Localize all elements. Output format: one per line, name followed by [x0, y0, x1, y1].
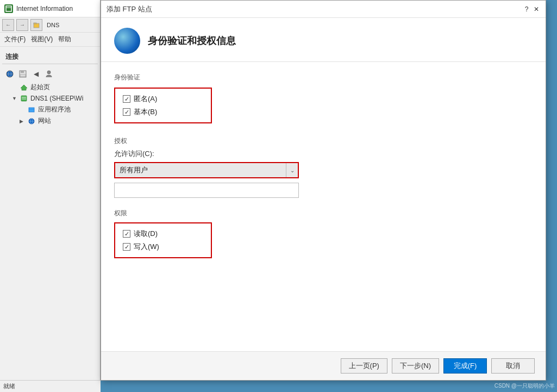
sidebar-toolbar: ◀ — [2, 66, 98, 82]
dialog-title: 添加 FTP 站点 — [107, 4, 152, 14]
dialog-overlay: 添加 FTP 站点 ? ✕ 身份验证和授权信息 身份验证 匿名(A) — [101, 0, 557, 392]
svg-point-10 — [47, 71, 51, 74]
nav-folder-btn[interactable] — [30, 19, 42, 31]
expand-icon-apppool — [20, 107, 25, 113]
svg-rect-15 — [29, 108, 34, 112]
tree-item-home[interactable]: 起始页 — [2, 82, 98, 93]
write-row: 写入(W) — [123, 242, 203, 252]
globe-icon — [114, 28, 140, 54]
dialog-close-btn[interactable]: ✕ — [533, 5, 540, 13]
dialog-titlebar: 添加 FTP 站点 ? ✕ — [101, 1, 546, 18]
read-row: 读取(D) — [123, 229, 203, 239]
authz-text-input[interactable] — [114, 183, 299, 198]
sidebar-users-btn[interactable] — [43, 69, 54, 79]
iis-titlebar: Internet Information — [0, 0, 100, 17]
iis-app-icon — [4, 4, 13, 13]
tree-item-website[interactable]: ▶ 网站 — [2, 115, 98, 127]
home-icon — [20, 83, 28, 92]
tree-label-website: 网站 — [38, 116, 51, 126]
tree-item-apppool[interactable]: 应用程序池 — [2, 104, 98, 115]
iis-sidebar: 连接 ◀ — [0, 47, 100, 130]
write-checkbox[interactable] — [123, 243, 130, 251]
sidebar-globe-btn[interactable] — [4, 69, 15, 79]
sidebar-save-btn[interactable] — [17, 69, 28, 79]
menu-help[interactable]: 帮助 — [58, 35, 71, 44]
write-label: 写入(W) — [134, 242, 159, 252]
iis-title: Internet Information — [16, 5, 73, 13]
permissions-section: 权限 读取(D) 写入(W) — [114, 209, 533, 258]
next-button[interactable]: 下一步(N) — [392, 358, 439, 374]
iis-menu: 文件(F) 视图(V) 帮助 — [0, 33, 100, 47]
expand-icon-dns1: ▼ — [12, 96, 17, 101]
iis-statusbar: 就绪 — [0, 380, 101, 392]
iis-window: Internet Information ← → DNS 文件(F) 视图(V)… — [0, 0, 101, 392]
tree-item-dns1[interactable]: ▼ DNS1 (SHEEP\Wi — [2, 93, 98, 104]
tree-label-dns1: DNS1 (SHEEP\Wi — [30, 95, 83, 102]
auth-section: 身份验证 匿名(A) 基本(B) — [114, 73, 533, 123]
svg-marker-11 — [21, 85, 27, 90]
sidebar-section-title: 连接 — [2, 50, 98, 64]
basic-label: 基本(B) — [134, 107, 157, 117]
tree-label-home: 起始页 — [30, 83, 50, 92]
nav-forward-btn[interactable]: → — [16, 19, 28, 31]
prev-button[interactable]: 上一页(P) — [341, 358, 387, 374]
finish-button[interactable]: 完成(F) — [443, 358, 487, 374]
auth-section-title: 身份验证 — [114, 73, 533, 82]
anonymous-label: 匿名(A) — [134, 94, 157, 104]
authz-title: 授权 — [114, 136, 533, 146]
nav-back-btn[interactable]: ← — [2, 19, 14, 31]
auth-checkboxes-box: 匿名(A) 基本(B) — [114, 88, 212, 123]
permissions-title: 权限 — [114, 209, 533, 218]
menu-file[interactable]: 文件(F) — [4, 35, 26, 44]
tree-label-apppool: 应用程序池 — [38, 105, 71, 114]
read-checkbox[interactable] — [123, 230, 130, 238]
nav-path: DNS — [45, 22, 61, 28]
permissions-checkboxes-box: 读取(D) 写入(W) — [114, 222, 212, 258]
svg-rect-8 — [21, 71, 24, 73]
dialog-header-title: 身份验证和授权信息 — [148, 34, 236, 47]
website-icon — [27, 117, 36, 126]
dropdown-value: 所有用户 — [115, 163, 286, 177]
allow-access-label: 允许访问(C): — [114, 149, 533, 159]
watermark: CSDN @一只聪明的小羊 — [495, 382, 555, 390]
expand-icon-website: ▶ — [20, 119, 25, 124]
anonymous-row: 匿名(A) — [123, 94, 203, 104]
anonymous-checkbox[interactable] — [123, 95, 130, 103]
read-label: 读取(D) — [134, 229, 158, 239]
access-dropdown-wrapper[interactable]: 所有用户 ⌄ — [114, 162, 299, 178]
ftp-dialog: 添加 FTP 站点 ? ✕ 身份验证和授权信息 身份验证 匿名(A) — [101, 0, 546, 381]
sidebar-arrow-btn[interactable]: ◀ — [30, 69, 41, 79]
dialog-controls: ? ✕ — [523, 5, 540, 13]
status-text: 就绪 — [3, 382, 15, 390]
dialog-header: 身份验证和授权信息 — [101, 18, 546, 62]
svg-rect-9 — [20, 74, 26, 77]
basic-checkbox[interactable] — [123, 108, 130, 116]
dialog-body: 身份验证和授权信息 身份验证 匿名(A) 基本(B) — [101, 18, 546, 380]
svg-rect-13 — [22, 97, 26, 98]
dialog-footer: 上一页(P) 下一步(N) 完成(F) 取消 — [101, 351, 546, 380]
svg-rect-14 — [22, 98, 26, 99]
svg-rect-3 — [34, 23, 36, 24]
dropdown-arrow-icon[interactable]: ⌄ — [286, 163, 298, 177]
menu-view[interactable]: 视图(V) — [31, 35, 53, 44]
dialog-help-btn[interactable]: ? — [523, 5, 530, 13]
svg-rect-0 — [6, 6, 11, 11]
authz-section: 授权 允许访问(C): 所有用户 ⌄ — [114, 136, 533, 198]
cancel-button[interactable]: 取消 — [491, 358, 535, 374]
dialog-content: 身份验证 匿名(A) 基本(B) 授权 — [101, 62, 546, 351]
apppool-icon — [27, 105, 36, 114]
iis-toolbar: ← → DNS — [0, 17, 100, 33]
basic-row: 基本(B) — [123, 107, 203, 117]
expand-icon-home — [12, 85, 17, 90]
server-icon — [20, 94, 28, 103]
